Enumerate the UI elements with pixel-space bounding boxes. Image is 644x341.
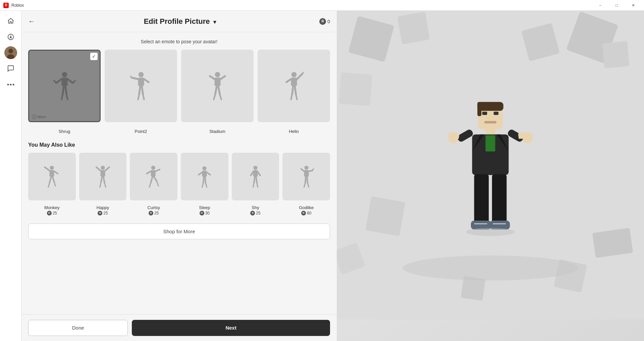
app-body: ← Edit Profile Picture ▾ R 0 Select an e… (0, 11, 644, 341)
sidebar-discover[interactable] (4, 30, 17, 44)
emote-name-stadium: Stadium (181, 129, 254, 134)
price-value-sleep: 30 (205, 211, 210, 215)
svg-line-59 (105, 183, 106, 187)
svg-line-89 (305, 177, 306, 183)
svg-line-17 (66, 94, 67, 100)
sidebar-home[interactable] (4, 14, 17, 28)
suggestion-info-sleep: Sleep R 30 (181, 205, 228, 215)
svg-line-86 (301, 169, 304, 171)
app-title: Roblox (11, 3, 593, 8)
next-button[interactable]: Next (132, 320, 330, 336)
suggestion-card-sleep[interactable] (181, 153, 228, 200)
svg-point-7 (12, 84, 14, 86)
svg-point-76 (253, 165, 257, 169)
suggestion-name-monkey: Monkey (28, 205, 76, 210)
svg-point-5 (7, 84, 9, 86)
section-prompt: Select an emote to pose your avatar! (28, 39, 330, 44)
svg-point-84 (304, 165, 308, 169)
svg-line-55 (105, 167, 109, 171)
title-bar: R Roblox − □ ✕ (0, 0, 644, 11)
emote-grid: ✓ (28, 50, 330, 122)
suggestion-price-godlike: R 80 (282, 211, 330, 215)
price-value-shy: 25 (256, 211, 260, 215)
svg-point-44 (50, 165, 54, 169)
svg-rect-111 (484, 121, 496, 124)
suggestion-card-curtsy[interactable] (130, 153, 177, 200)
svg-line-80 (254, 177, 255, 183)
emote-card-shrug[interactable]: ✓ (28, 50, 101, 122)
panel-content: Select an emote to pose your avatar! ✓ (21, 32, 337, 314)
svg-line-92 (308, 183, 309, 187)
suggestion-info-monkey: Monkey R 25 (28, 205, 76, 215)
svg-line-64 (151, 177, 152, 183)
svg-line-12 (54, 81, 56, 82)
sidebar-avatar[interactable] (4, 46, 17, 59)
robux-icon-monkey: R (47, 211, 52, 215)
svg-line-48 (50, 177, 51, 183)
svg-line-75 (206, 183, 207, 187)
suggestion-name-godlike: Godlike (282, 205, 330, 210)
shop-for-more-button[interactable]: Shop for More (28, 224, 330, 239)
avatar-preview (440, 92, 541, 260)
svg-line-47 (54, 171, 58, 174)
suggestion-name-curtsy: Curtsy (130, 205, 177, 210)
suggestion-card-monkey[interactable] (28, 153, 76, 200)
suggestion-price-sleep: R 30 (181, 211, 228, 215)
svg-rect-101 (592, 228, 633, 258)
emote-card-stadium[interactable] (181, 50, 254, 122)
emote-card-hello[interactable] (258, 50, 330, 122)
avatar-svg (447, 99, 534, 253)
suggestion-card-shy[interactable] (232, 153, 279, 200)
maximize-button[interactable]: □ (609, 0, 624, 10)
robux-icon: R (319, 18, 326, 25)
minimize-button[interactable]: − (593, 0, 608, 10)
more-label: More (38, 115, 46, 119)
svg-line-29 (210, 76, 215, 79)
robux-amount: 0 (327, 19, 330, 24)
svg-line-24 (142, 86, 143, 94)
svg-line-16 (61, 94, 62, 100)
svg-line-10 (56, 79, 61, 83)
suggestion-card-happy[interactable] (79, 153, 127, 200)
suggestion-info-curtsy: Curtsy R 25 (130, 205, 177, 215)
suggestion-info-happy: Happy R 25 (79, 205, 127, 215)
svg-line-23 (139, 86, 140, 94)
svg-rect-108 (477, 102, 481, 116)
svg-line-15 (65, 86, 66, 94)
svg-line-73 (205, 177, 206, 183)
sidebar-chat[interactable] (4, 62, 17, 75)
suggestion-price-monkey: R 25 (28, 211, 76, 215)
suggestion-price-curtsy: R 25 (130, 211, 177, 215)
emote-card-point2[interactable] (105, 50, 177, 122)
svg-marker-1 (9, 35, 12, 39)
svg-line-90 (307, 177, 308, 183)
svg-rect-69 (202, 170, 207, 177)
robux-icon-happy: R (98, 211, 102, 215)
emote-figure-hello (268, 60, 319, 111)
svg-line-51 (54, 182, 56, 186)
suggestion-card-godlike[interactable] (282, 153, 330, 200)
svg-line-22 (144, 79, 149, 82)
svg-rect-97 (602, 41, 629, 68)
svg-point-52 (101, 165, 105, 169)
svg-line-57 (103, 177, 105, 183)
svg-line-91 (304, 183, 305, 187)
dropdown-icon[interactable]: ▾ (213, 19, 216, 25)
svg-line-63 (155, 169, 159, 171)
suggestion-labels: Monkey R 25 Happy R 25 Curtsy (28, 205, 330, 215)
window-controls: − □ ✕ (593, 0, 641, 10)
done-button[interactable]: Done (28, 320, 128, 336)
sidebar-more[interactable] (4, 78, 17, 91)
back-button[interactable]: ← (28, 17, 35, 25)
panel-header: ← Edit Profile Picture ▾ R 0 (21, 11, 337, 32)
svg-rect-53 (100, 170, 105, 177)
info-icon: i (32, 114, 37, 119)
robux-icon-shy: R (250, 211, 255, 215)
svg-line-88 (312, 169, 314, 170)
svg-line-81 (256, 177, 257, 183)
svg-line-83 (257, 183, 258, 187)
close-button[interactable]: ✕ (626, 0, 641, 10)
suggestions-grid (28, 153, 330, 200)
price-value-happy: 25 (103, 211, 108, 215)
main-panel: ← Edit Profile Picture ▾ R 0 Select an e… (21, 11, 337, 341)
